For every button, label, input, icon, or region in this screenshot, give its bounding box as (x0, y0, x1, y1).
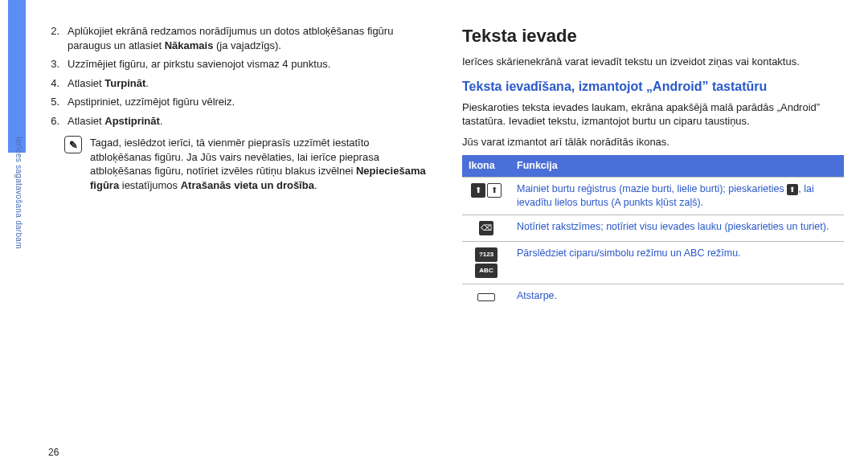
table-row: ?123 ABC Pārslēdziet ciparu/simbolu režī… (462, 242, 844, 284)
paragraph: Pieskaroties teksta ievades laukam, ekrā… (462, 100, 844, 129)
icon-cell: ?123 ABC (462, 242, 510, 284)
function-cell: Pārslēdziet ciparu/simbolu režīmu un ABC… (510, 242, 844, 284)
step-text: Uzzīmējiet figūru, ar pirkstu savienojot… (68, 57, 330, 72)
backspace-icon: ⌫ (479, 221, 493, 235)
left-column: 2. Aplūkojiet ekrānā redzamos norādījumu… (48, 24, 430, 446)
function-cell: Notīriet rakstzīmes; notīriet visu ievad… (510, 215, 844, 242)
step-text: Atlasiet Turpināt. (68, 76, 149, 91)
note-text: Tagad, ieslēdzot ierīci, tā vienmēr piep… (90, 136, 430, 192)
step-text: Apstipriniet, uzzīmējot figūru vēlreiz. (68, 95, 235, 109)
note-box: Tagad, ieslēdzot ierīci, tā vienmēr piep… (48, 136, 430, 192)
shift-inline-icon: ⬆ (787, 184, 798, 195)
page-number: 26 (48, 446, 59, 459)
side-accent-bar (8, 0, 26, 153)
mode-abc-icon: ABC (475, 264, 497, 278)
function-cell: Atstarpe. (510, 284, 844, 308)
note-icon (64, 136, 82, 153)
step-item: 2. Aplūkojiet ekrānā redzamos norādījumu… (48, 24, 430, 52)
shift-solid-icon: ⬆ (471, 183, 485, 198)
step-number: 2. (48, 24, 59, 52)
table-header-function: Funkcija (510, 155, 844, 177)
table-row: ⬆⬆ Mainiet burtu reģistrus (mazie burti,… (462, 178, 844, 215)
step-number: 6. (48, 114, 59, 129)
shift-outline-icon: ⬆ (487, 183, 502, 198)
step-number: 5. (48, 95, 59, 109)
step-item: 4. Atlasiet Turpināt. (48, 76, 430, 91)
step-text: Aplūkojiet ekrānā redzamos norādījumus u… (68, 24, 430, 52)
icon-cell: ⌫ (462, 215, 510, 242)
intro-paragraph: Ierīces skārienekrānā varat ievadīt teks… (462, 55, 844, 69)
table-row: ⌫ Notīriet rakstzīmes; notīriet visu iev… (462, 215, 844, 242)
step-number: 3. (48, 57, 59, 72)
section-heading: Teksta ievade (462, 24, 844, 48)
step-list: 2. Aplūkojiet ekrānā redzamos norādījumu… (48, 24, 430, 128)
step-text: Atlasiet Apstiprināt. (68, 114, 163, 129)
step-number: 4. (48, 76, 59, 91)
icon-cell (462, 284, 510, 308)
table-row: Atstarpe. (462, 284, 844, 308)
subsection-heading: Teksta ievadīšana, izmantojot „Android” … (462, 78, 844, 96)
step-item: 5. Apstipriniet, uzzīmējot figūru vēlrei… (48, 95, 430, 109)
function-cell: Mainiet burtu reģistrus (mazie burti, li… (510, 178, 844, 215)
paragraph: Jūs varat izmantot arī tālāk norādītās i… (462, 135, 844, 149)
step-item: 6. Atlasiet Apstiprināt. (48, 114, 430, 129)
page-content: 2. Aplūkojiet ekrānā redzamos norādījumu… (48, 24, 844, 446)
mode-123-icon: ?123 (475, 247, 497, 262)
sidebar-section-label: Ierīces sagatavošana darbam (13, 137, 24, 337)
right-column: Teksta ievade Ierīces skārienekrānā vara… (462, 24, 844, 446)
step-item: 3. Uzzīmējiet figūru, ar pirkstu savieno… (48, 57, 430, 72)
icon-cell: ⬆⬆ (462, 178, 510, 215)
table-header-icon: Ikona (462, 155, 510, 177)
icon-function-table: Ikona Funkcija ⬆⬆ Mainiet burtu reģistru… (462, 155, 844, 308)
space-icon (477, 293, 495, 301)
